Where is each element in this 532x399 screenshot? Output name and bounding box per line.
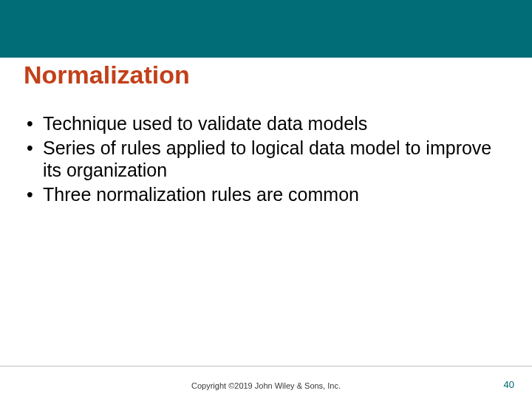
footer: Copyright ©2019 John Wiley & Sons, Inc. … <box>0 372 532 390</box>
slide-title: Normalization <box>24 61 190 89</box>
page-number: 40 <box>504 379 514 390</box>
footer-divider <box>0 366 532 366</box>
bullet-list: Technique used to validate data models S… <box>24 112 508 205</box>
slide: Normalization Technique used to validate… <box>0 0 532 399</box>
bullet-item: Technique used to validate data models <box>24 112 508 135</box>
bullet-item: Series of rules applied to logical data … <box>24 137 508 182</box>
bullet-item: Three normalization rules are common <box>24 183 508 206</box>
copyright-text: Copyright ©2019 John Wiley & Sons, Inc. <box>191 381 341 390</box>
slide-body: Technique used to validate data models S… <box>24 112 508 207</box>
top-accent-bar <box>0 0 532 58</box>
